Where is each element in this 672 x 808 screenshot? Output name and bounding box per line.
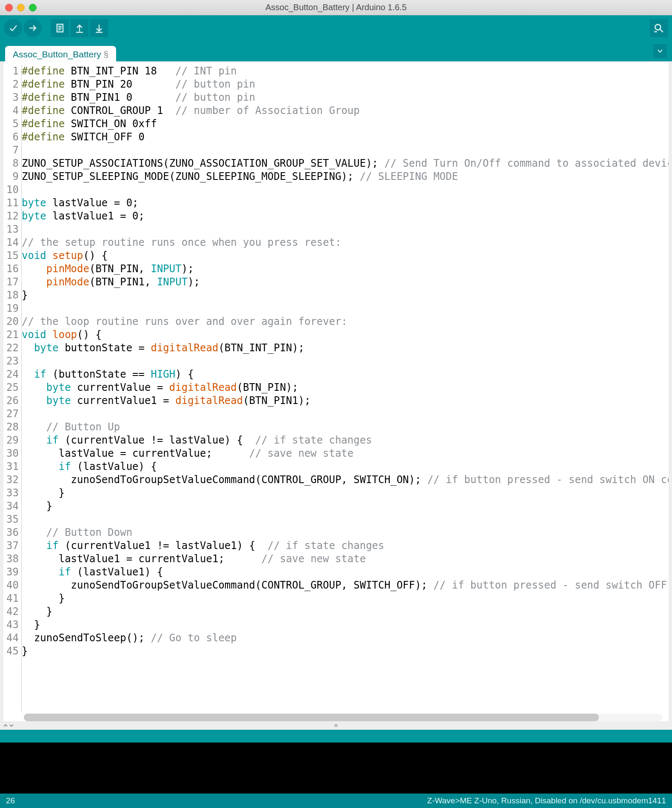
output-console[interactable] xyxy=(0,743,672,794)
sketch-tab-label: Assoc_Button_Battery xyxy=(13,49,101,60)
line-number: 28 xyxy=(3,421,19,434)
code-line[interactable]: byte currentValue1 = digitalRead(BTN_PIN… xyxy=(22,394,669,407)
status-board-info: Z-Wave>ME Z-Uno, Russian, Disabled on /d… xyxy=(427,796,666,805)
tab-menu-button[interactable] xyxy=(653,44,667,58)
code-line[interactable] xyxy=(22,144,669,157)
line-number: 7 xyxy=(3,144,19,157)
svg-line-10 xyxy=(660,29,663,32)
line-number: 44 xyxy=(3,632,19,645)
new-sketch-button[interactable] xyxy=(51,19,69,37)
minimize-window-button[interactable] xyxy=(17,4,25,11)
toolbar xyxy=(0,15,672,41)
line-number: 20 xyxy=(3,315,19,328)
code-line[interactable]: } xyxy=(22,618,669,632)
tab-dirty-indicator: § xyxy=(104,50,108,60)
code-line[interactable]: pinMode(BTN_PIN1, INPUT); xyxy=(22,276,669,289)
serial-monitor-button[interactable] xyxy=(650,19,668,37)
close-window-button[interactable] xyxy=(5,4,13,11)
line-number: 24 xyxy=(3,368,19,381)
line-number: 38 xyxy=(3,552,19,566)
window-title: Assoc_Button_Battery | Arduino 1.6.5 xyxy=(0,3,672,12)
code-line[interactable]: } xyxy=(22,487,669,500)
line-number: 26 xyxy=(3,394,19,407)
code-line[interactable]: } xyxy=(22,500,669,513)
code-line[interactable]: if (currentValue1 != lastValue1) { // if… xyxy=(22,539,669,552)
arrow-right-icon xyxy=(28,23,38,33)
line-number: 14 xyxy=(3,236,19,249)
code-editor[interactable]: 1234567891011121314151617181920212223242… xyxy=(3,62,669,712)
pane-divider[interactable] xyxy=(0,721,672,730)
svg-point-9 xyxy=(655,24,661,30)
line-number: 34 xyxy=(3,500,19,513)
zoom-window-button[interactable] xyxy=(29,4,37,11)
code-line[interactable]: #define BTN_PIN 20 // button pin xyxy=(22,78,669,91)
code-line[interactable]: zunoSendToGroupSetValueCommand(CONTROL_G… xyxy=(22,579,669,592)
line-number: 17 xyxy=(3,276,19,289)
code-line[interactable]: // the setup routine runs once when you … xyxy=(22,236,669,249)
line-number: 13 xyxy=(3,223,19,236)
line-number: 41 xyxy=(3,592,19,605)
code-line[interactable]: lastValue1 = currentValue1; // save new … xyxy=(22,552,669,566)
code-line[interactable]: pinMode(BTN_PIN, INPUT); xyxy=(22,262,669,276)
code-line[interactable]: byte lastValue = 0; xyxy=(22,196,669,210)
code-line[interactable]: if (currentValue != lastValue) { // if s… xyxy=(22,434,669,447)
code-line[interactable]: #define BTN_INT_PIN 18 // INT pin xyxy=(22,65,669,78)
collapse-arrows-icon xyxy=(3,723,14,728)
check-icon xyxy=(8,23,18,33)
code-line[interactable]: #define SWITCH_ON 0xff xyxy=(22,117,669,131)
code-line[interactable]: #define CONTROL_GROUP 1 // number of Ass… xyxy=(22,104,669,117)
code-line[interactable]: lastValue = currentValue; // save new st… xyxy=(22,447,669,460)
code-line[interactable] xyxy=(22,223,669,236)
code-line[interactable]: ZUNO_SETUP_SLEEPING_MODE(ZUNO_SLEEPING_M… xyxy=(22,170,669,183)
code-line[interactable] xyxy=(22,513,669,526)
line-number: 9 xyxy=(3,170,19,183)
line-number: 22 xyxy=(3,341,19,355)
message-bar xyxy=(0,730,672,743)
line-number: 32 xyxy=(3,473,19,487)
code-line[interactable] xyxy=(22,407,669,421)
code-line[interactable]: } xyxy=(22,645,669,658)
line-gutter: 1234567891011121314151617181920212223242… xyxy=(3,65,21,712)
code-line[interactable] xyxy=(22,355,669,368)
line-number: 37 xyxy=(3,539,19,552)
code-line[interactable]: ZUNO_SETUP_ASSOCIATIONS(ZUNO_ASSOCIATION… xyxy=(22,157,669,170)
line-number: 5 xyxy=(3,117,19,131)
code-line[interactable]: void setup() { xyxy=(22,249,669,262)
line-number: 3 xyxy=(3,91,19,104)
horizontal-scrollbar-thumb[interactable] xyxy=(24,714,599,721)
upload-button[interactable] xyxy=(24,19,42,37)
code-line[interactable]: byte currentValue = digitalRead(BTN_PIN)… xyxy=(22,381,669,394)
tab-bar: Assoc_Button_Battery § xyxy=(0,41,672,61)
open-sketch-button[interactable] xyxy=(71,19,88,37)
code-line[interactable]: zunoSendToGroupSetValueCommand(CONTROL_G… xyxy=(22,473,669,487)
code-line[interactable]: #define SWITCH_OFF 0 xyxy=(22,131,669,144)
magnifier-icon xyxy=(653,23,664,34)
code-line[interactable]: } xyxy=(22,592,669,605)
code-area[interactable]: #define BTN_INT_PIN 18 // INT pin#define… xyxy=(21,65,669,712)
line-number: 25 xyxy=(3,381,19,394)
code-line[interactable]: if (lastValue1) { xyxy=(22,566,669,579)
code-line[interactable]: // Button Up xyxy=(22,421,669,434)
code-line[interactable]: } xyxy=(22,289,669,302)
code-line[interactable]: if (lastValue) { xyxy=(22,460,669,473)
horizontal-scrollbar[interactable] xyxy=(24,714,663,721)
line-number: 30 xyxy=(3,447,19,460)
code-line[interactable]: void loop() { xyxy=(22,328,669,341)
code-line[interactable]: byte buttonState = digitalRead(BTN_INT_P… xyxy=(22,341,669,355)
code-line[interactable] xyxy=(22,302,669,315)
save-sketch-button[interactable] xyxy=(90,19,108,37)
code-line[interactable]: zunoSendToSleep(); // Go to sleep xyxy=(22,632,669,645)
code-line[interactable]: // the loop routine runs over and over a… xyxy=(22,315,669,328)
editor-pane: 1234567891011121314151617181920212223242… xyxy=(0,62,672,721)
line-number: 12 xyxy=(3,210,19,223)
line-number: 11 xyxy=(3,196,19,210)
code-line[interactable]: if (buttonState == HIGH) { xyxy=(22,368,669,381)
line-number: 21 xyxy=(3,328,19,341)
code-line[interactable]: } xyxy=(22,605,669,618)
verify-button[interactable] xyxy=(4,19,22,37)
sketch-tab[interactable]: Assoc_Button_Battery § xyxy=(5,46,116,62)
code-line[interactable]: byte lastValue1 = 0; xyxy=(22,210,669,223)
code-line[interactable]: #define BTN_PIN1 0 // button pin xyxy=(22,91,669,104)
code-line[interactable]: // Button Down xyxy=(22,526,669,539)
code-line[interactable] xyxy=(22,183,669,196)
